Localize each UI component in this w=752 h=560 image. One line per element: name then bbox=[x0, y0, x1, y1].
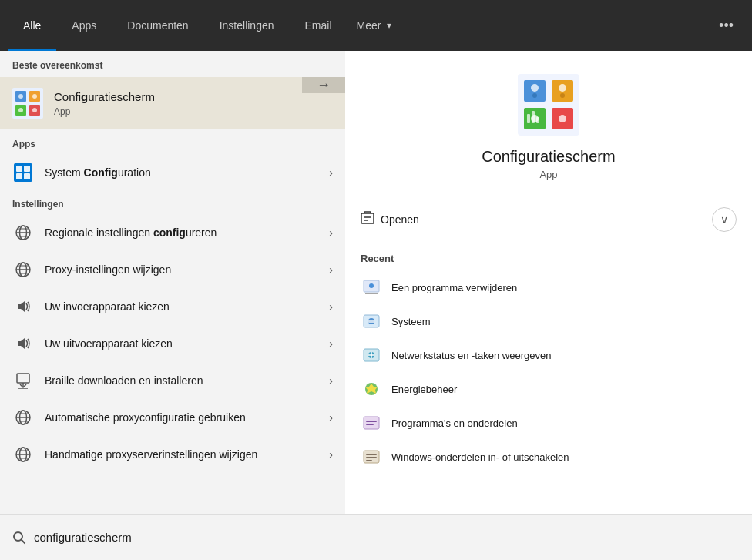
ellipsis-icon: ••• bbox=[719, 18, 734, 34]
right-actions: Openen ∨ bbox=[345, 196, 752, 243]
best-match-title: Configuratiescherm bbox=[54, 89, 155, 105]
recent-item-icon-3 bbox=[361, 378, 382, 400]
right-app-name: Configuratiescherm bbox=[482, 148, 615, 166]
recent-item-1[interactable]: Systeem bbox=[361, 304, 737, 338]
settings-item-arrow-3: › bbox=[329, 337, 333, 350]
settings-item-0[interactable]: Regionale instellingen configureren › bbox=[0, 214, 345, 251]
open-icon bbox=[361, 211, 374, 228]
recent-item-text-0: Een programma verwijderen bbox=[391, 282, 517, 293]
settings-item-text-2: Uw invoerapparaat kiezen bbox=[45, 300, 329, 313]
settings-item-1[interactable]: Proxy-instellingen wijzigen › bbox=[0, 251, 345, 288]
globe-icon-1 bbox=[12, 259, 34, 280]
best-match-content: Configuratiescherm App bbox=[0, 77, 302, 129]
recent-item-text-5: Windows-onderdelen in- of uitschakelen bbox=[391, 451, 569, 463]
right-app-header: Configuratiescherm App bbox=[345, 51, 752, 196]
recent-item-icon-4 bbox=[361, 412, 382, 434]
right-app-icon bbox=[518, 74, 579, 136]
recent-item-4[interactable]: Programma's en onderdelen bbox=[361, 406, 737, 440]
tab-instellingen[interactable]: Instellingen bbox=[204, 0, 290, 51]
app-item-text: System Configuration bbox=[45, 166, 329, 179]
globe-icon-3 bbox=[12, 444, 34, 465]
recent-item-text-1: Systeem bbox=[391, 316, 431, 327]
app-item-system-config[interactable]: System Configuration › bbox=[0, 154, 345, 191]
recent-item-2[interactable]: Netwerkstatus en -taken weergeven bbox=[361, 338, 737, 372]
arrow-right-icon: → bbox=[317, 77, 331, 93]
settings-item-text-0: Regionale instellingen configureren bbox=[45, 226, 329, 239]
best-match-subtitle: App bbox=[54, 106, 155, 117]
settings-item-text-1: Proxy-instellingen wijzigen bbox=[45, 263, 329, 276]
settings-item-arrow-5: › bbox=[329, 411, 333, 424]
main-container: Beste overeenkomst bbox=[0, 51, 752, 514]
best-match-open-arrow[interactable]: → bbox=[302, 77, 345, 93]
svg-rect-70 bbox=[366, 424, 374, 425]
svg-point-45 bbox=[559, 84, 566, 92]
search-icon bbox=[12, 531, 26, 545]
chevron-down-icon: ∨ bbox=[720, 213, 728, 226]
settings-item-arrow-1: › bbox=[329, 263, 333, 276]
settings-item-arrow-0: › bbox=[329, 226, 333, 239]
svg-rect-68 bbox=[364, 417, 379, 429]
settings-item-4[interactable]: Braille downloaden en installeren › bbox=[0, 362, 345, 399]
svg-point-47 bbox=[559, 115, 566, 122]
svg-rect-51 bbox=[532, 111, 535, 123]
tab-apps[interactable]: Apps bbox=[56, 0, 112, 51]
recent-item-text-3: Energiebeheer bbox=[391, 384, 457, 395]
recent-item-5[interactable]: Windows-onderdelen in- of uitschakelen bbox=[361, 440, 737, 474]
recent-item-icon-1 bbox=[361, 310, 382, 332]
settings-item-arrow-6: › bbox=[329, 448, 333, 461]
svg-rect-61 bbox=[368, 320, 374, 323]
recent-item-3[interactable]: Energiebeheer bbox=[361, 372, 737, 406]
tab-meer[interactable]: Meer ▾ bbox=[347, 0, 401, 51]
svg-rect-74 bbox=[366, 460, 372, 461]
tab-email[interactable]: Email bbox=[290, 0, 347, 51]
instellingen-section-label: Instellingen bbox=[0, 191, 345, 214]
left-panel: Beste overeenkomst bbox=[0, 51, 345, 514]
globe-icon-0 bbox=[12, 222, 34, 243]
svg-rect-53 bbox=[361, 213, 374, 223]
right-app-type: App bbox=[539, 169, 557, 180]
open-button[interactable]: Openen bbox=[361, 208, 419, 231]
best-match-text: Configuratiescherm App bbox=[54, 89, 155, 117]
tab-alle[interactable]: Alle bbox=[8, 0, 56, 51]
best-match-label: Beste overeenkomst bbox=[0, 51, 345, 77]
svg-point-44 bbox=[531, 84, 539, 92]
svg-point-48 bbox=[532, 93, 537, 98]
chevron-down-icon: ▾ bbox=[387, 20, 391, 31]
right-panel: Configuratiescherm App Openen ∨ bbox=[345, 51, 752, 514]
recent-label: Recent bbox=[361, 253, 737, 264]
svg-rect-52 bbox=[536, 117, 539, 123]
settings-item-2[interactable]: Uw invoerapparaat kiezen › bbox=[0, 288, 345, 325]
recent-item-0[interactable]: Een programma verwijderen bbox=[361, 270, 737, 304]
svg-rect-10 bbox=[16, 166, 22, 172]
top-nav: Alle Apps Documenten Instellingen Email … bbox=[0, 0, 752, 51]
tab-documenten[interactable]: Documenten bbox=[112, 0, 203, 51]
svg-rect-69 bbox=[366, 421, 377, 422]
svg-rect-11 bbox=[24, 166, 30, 172]
speaker-icon-1 bbox=[12, 333, 34, 354]
settings-item-6[interactable]: Handmatige proxyserverinstellingen wijzi… bbox=[0, 436, 345, 473]
chevron-right-icon: › bbox=[329, 166, 333, 179]
settings-item-text-3: Uw uitvoerapparaat kiezen bbox=[45, 337, 329, 350]
apps-section-label: Apps bbox=[0, 129, 345, 154]
more-options-button[interactable]: ••• bbox=[708, 0, 744, 51]
svg-point-75 bbox=[14, 532, 22, 541]
svg-rect-50 bbox=[527, 114, 530, 123]
expand-button[interactable]: ∨ bbox=[712, 207, 737, 232]
svg-rect-12 bbox=[16, 173, 22, 179]
svg-point-8 bbox=[32, 108, 37, 112]
search-bar bbox=[0, 514, 752, 560]
system-config-icon bbox=[12, 162, 34, 183]
recent-section: Recent Een programma verwijderen bbox=[345, 243, 752, 514]
svg-point-57 bbox=[369, 283, 374, 288]
settings-item-text-4: Braille downloaden en installeren bbox=[45, 374, 329, 387]
settings-item-text-6: Handmatige proxyserverinstellingen wijzi… bbox=[45, 448, 329, 461]
settings-item-5[interactable]: Automatische proxyconfiguratie gebruiken… bbox=[0, 399, 345, 436]
download-icon bbox=[12, 370, 34, 391]
svg-point-49 bbox=[560, 93, 565, 98]
settings-item-3[interactable]: Uw uitvoerapparaat kiezen › bbox=[0, 325, 345, 362]
speaker-icon-0 bbox=[12, 296, 34, 317]
best-match-item[interactable]: Configuratiescherm App → bbox=[0, 77, 345, 129]
svg-rect-13 bbox=[24, 173, 30, 179]
svg-marker-25 bbox=[18, 338, 25, 349]
search-input[interactable] bbox=[34, 531, 740, 544]
